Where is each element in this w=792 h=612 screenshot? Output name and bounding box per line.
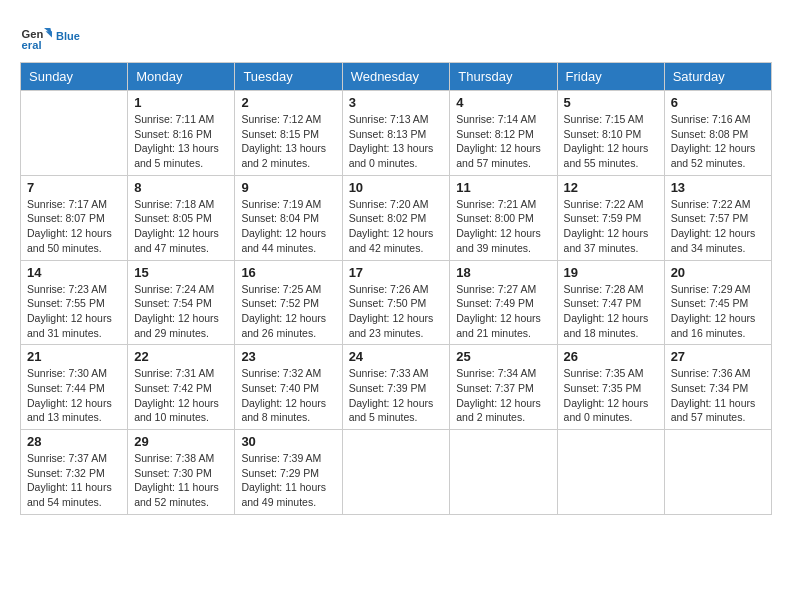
day-info: Sunrise: 7:17 AM Sunset: 8:07 PM Dayligh… [27, 197, 121, 256]
calendar-cell: 4Sunrise: 7:14 AM Sunset: 8:12 PM Daylig… [450, 91, 557, 176]
day-header-tuesday: Tuesday [235, 63, 342, 91]
calendar-cell: 6Sunrise: 7:16 AM Sunset: 8:08 PM Daylig… [664, 91, 771, 176]
svg-marker-3 [46, 31, 52, 37]
calendar-cell: 25Sunrise: 7:34 AM Sunset: 7:37 PM Dayli… [450, 345, 557, 430]
day-info: Sunrise: 7:14 AM Sunset: 8:12 PM Dayligh… [456, 112, 550, 171]
day-info: Sunrise: 7:25 AM Sunset: 7:52 PM Dayligh… [241, 282, 335, 341]
day-number: 27 [671, 349, 765, 364]
day-number: 5 [564, 95, 658, 110]
svg-text:eral: eral [22, 39, 42, 51]
calendar-cell: 23Sunrise: 7:32 AM Sunset: 7:40 PM Dayli… [235, 345, 342, 430]
day-header-wednesday: Wednesday [342, 63, 450, 91]
calendar-cell [664, 430, 771, 515]
day-number: 4 [456, 95, 550, 110]
day-number: 3 [349, 95, 444, 110]
calendar-cell: 16Sunrise: 7:25 AM Sunset: 7:52 PM Dayli… [235, 260, 342, 345]
calendar-table: SundayMondayTuesdayWednesdayThursdayFrid… [20, 62, 772, 515]
day-header-saturday: Saturday [664, 63, 771, 91]
calendar-cell [557, 430, 664, 515]
day-info: Sunrise: 7:39 AM Sunset: 7:29 PM Dayligh… [241, 451, 335, 510]
calendar-cell: 19Sunrise: 7:28 AM Sunset: 7:47 PM Dayli… [557, 260, 664, 345]
day-header-sunday: Sunday [21, 63, 128, 91]
calendar-week-row: 21Sunrise: 7:30 AM Sunset: 7:44 PM Dayli… [21, 345, 772, 430]
day-number: 29 [134, 434, 228, 449]
day-number: 15 [134, 265, 228, 280]
calendar-header-row: SundayMondayTuesdayWednesdayThursdayFrid… [21, 63, 772, 91]
day-info: Sunrise: 7:22 AM Sunset: 7:57 PM Dayligh… [671, 197, 765, 256]
day-number: 11 [456, 180, 550, 195]
day-info: Sunrise: 7:13 AM Sunset: 8:13 PM Dayligh… [349, 112, 444, 171]
calendar-cell: 22Sunrise: 7:31 AM Sunset: 7:42 PM Dayli… [128, 345, 235, 430]
day-info: Sunrise: 7:36 AM Sunset: 7:34 PM Dayligh… [671, 366, 765, 425]
day-number: 21 [27, 349, 121, 364]
calendar-cell: 27Sunrise: 7:36 AM Sunset: 7:34 PM Dayli… [664, 345, 771, 430]
calendar-cell: 10Sunrise: 7:20 AM Sunset: 8:02 PM Dayli… [342, 175, 450, 260]
calendar-cell: 11Sunrise: 7:21 AM Sunset: 8:00 PM Dayli… [450, 175, 557, 260]
calendar-cell: 24Sunrise: 7:33 AM Sunset: 7:39 PM Dayli… [342, 345, 450, 430]
calendar-cell: 14Sunrise: 7:23 AM Sunset: 7:55 PM Dayli… [21, 260, 128, 345]
day-info: Sunrise: 7:31 AM Sunset: 7:42 PM Dayligh… [134, 366, 228, 425]
day-number: 17 [349, 265, 444, 280]
calendar-cell [21, 91, 128, 176]
calendar-cell: 1Sunrise: 7:11 AM Sunset: 8:16 PM Daylig… [128, 91, 235, 176]
day-info: Sunrise: 7:29 AM Sunset: 7:45 PM Dayligh… [671, 282, 765, 341]
day-info: Sunrise: 7:28 AM Sunset: 7:47 PM Dayligh… [564, 282, 658, 341]
calendar-cell: 20Sunrise: 7:29 AM Sunset: 7:45 PM Dayli… [664, 260, 771, 345]
day-number: 18 [456, 265, 550, 280]
day-number: 7 [27, 180, 121, 195]
calendar-cell [342, 430, 450, 515]
calendar-cell: 26Sunrise: 7:35 AM Sunset: 7:35 PM Dayli… [557, 345, 664, 430]
page-header: Gen eral Blue [20, 20, 772, 52]
calendar-cell: 18Sunrise: 7:27 AM Sunset: 7:49 PM Dayli… [450, 260, 557, 345]
day-info: Sunrise: 7:26 AM Sunset: 7:50 PM Dayligh… [349, 282, 444, 341]
day-info: Sunrise: 7:37 AM Sunset: 7:32 PM Dayligh… [27, 451, 121, 510]
calendar-cell: 30Sunrise: 7:39 AM Sunset: 7:29 PM Dayli… [235, 430, 342, 515]
day-header-thursday: Thursday [450, 63, 557, 91]
day-info: Sunrise: 7:20 AM Sunset: 8:02 PM Dayligh… [349, 197, 444, 256]
day-number: 12 [564, 180, 658, 195]
calendar-cell: 17Sunrise: 7:26 AM Sunset: 7:50 PM Dayli… [342, 260, 450, 345]
logo-subtext: Blue [56, 30, 80, 42]
calendar-cell: 8Sunrise: 7:18 AM Sunset: 8:05 PM Daylig… [128, 175, 235, 260]
day-number: 9 [241, 180, 335, 195]
calendar-cell [450, 430, 557, 515]
calendar-cell: 29Sunrise: 7:38 AM Sunset: 7:30 PM Dayli… [128, 430, 235, 515]
day-number: 13 [671, 180, 765, 195]
logo-icon: Gen eral [20, 20, 52, 52]
calendar-cell: 13Sunrise: 7:22 AM Sunset: 7:57 PM Dayli… [664, 175, 771, 260]
day-number: 24 [349, 349, 444, 364]
day-number: 23 [241, 349, 335, 364]
day-info: Sunrise: 7:21 AM Sunset: 8:00 PM Dayligh… [456, 197, 550, 256]
day-info: Sunrise: 7:15 AM Sunset: 8:10 PM Dayligh… [564, 112, 658, 171]
day-number: 6 [671, 95, 765, 110]
day-info: Sunrise: 7:11 AM Sunset: 8:16 PM Dayligh… [134, 112, 228, 171]
calendar-week-row: 1Sunrise: 7:11 AM Sunset: 8:16 PM Daylig… [21, 91, 772, 176]
day-number: 20 [671, 265, 765, 280]
day-number: 30 [241, 434, 335, 449]
day-number: 28 [27, 434, 121, 449]
svg-text:Gen: Gen [22, 28, 44, 40]
calendar-cell: 5Sunrise: 7:15 AM Sunset: 8:10 PM Daylig… [557, 91, 664, 176]
calendar-cell: 12Sunrise: 7:22 AM Sunset: 7:59 PM Dayli… [557, 175, 664, 260]
day-number: 1 [134, 95, 228, 110]
day-info: Sunrise: 7:18 AM Sunset: 8:05 PM Dayligh… [134, 197, 228, 256]
calendar-cell: 21Sunrise: 7:30 AM Sunset: 7:44 PM Dayli… [21, 345, 128, 430]
day-number: 19 [564, 265, 658, 280]
day-number: 2 [241, 95, 335, 110]
calendar-cell: 15Sunrise: 7:24 AM Sunset: 7:54 PM Dayli… [128, 260, 235, 345]
logo: Gen eral Blue [20, 20, 80, 52]
day-info: Sunrise: 7:12 AM Sunset: 8:15 PM Dayligh… [241, 112, 335, 171]
day-number: 14 [27, 265, 121, 280]
day-info: Sunrise: 7:23 AM Sunset: 7:55 PM Dayligh… [27, 282, 121, 341]
day-info: Sunrise: 7:16 AM Sunset: 8:08 PM Dayligh… [671, 112, 765, 171]
day-number: 22 [134, 349, 228, 364]
day-info: Sunrise: 7:19 AM Sunset: 8:04 PM Dayligh… [241, 197, 335, 256]
calendar-cell: 9Sunrise: 7:19 AM Sunset: 8:04 PM Daylig… [235, 175, 342, 260]
day-info: Sunrise: 7:33 AM Sunset: 7:39 PM Dayligh… [349, 366, 444, 425]
calendar-cell: 2Sunrise: 7:12 AM Sunset: 8:15 PM Daylig… [235, 91, 342, 176]
day-info: Sunrise: 7:35 AM Sunset: 7:35 PM Dayligh… [564, 366, 658, 425]
day-info: Sunrise: 7:32 AM Sunset: 7:40 PM Dayligh… [241, 366, 335, 425]
calendar-cell: 28Sunrise: 7:37 AM Sunset: 7:32 PM Dayli… [21, 430, 128, 515]
day-info: Sunrise: 7:30 AM Sunset: 7:44 PM Dayligh… [27, 366, 121, 425]
day-number: 16 [241, 265, 335, 280]
